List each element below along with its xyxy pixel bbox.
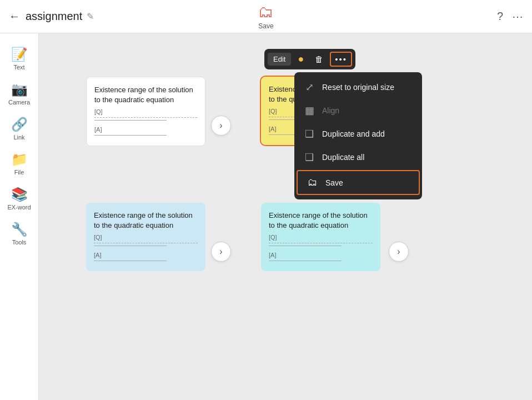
- sidebar-item-exword[interactable]: 📚 EX-word: [3, 182, 36, 215]
- card-bottom-left-title: Existence range of the solution to the q…: [94, 211, 198, 231]
- sidebar-camera-label: Camera: [8, 99, 30, 106]
- circle-button[interactable]: ●: [293, 51, 308, 67]
- sidebar: 📝 Text 📷 Camera 🔗 Link 📁 File 📚 EX-word …: [0, 33, 39, 400]
- menu-duplicate-all-label: Duplicate all: [322, 153, 364, 162]
- more-options-button[interactable]: •••: [330, 52, 352, 67]
- card-bottom-right-tag-q: [Q]: [269, 234, 373, 241]
- sidebar-item-text[interactable]: 📝 Text: [3, 42, 36, 75]
- menu-reset-label: Reset to original size: [322, 83, 394, 92]
- card-top-left-tag-a: [A]: [94, 126, 197, 133]
- delete-button[interactable]: 🗑: [310, 52, 328, 66]
- menu-item-duplicate-all[interactable]: ❑ Duplicate all: [294, 146, 422, 169]
- save-menu-icon: 🗂: [307, 177, 319, 188]
- tools-icon: 🔧: [11, 222, 28, 237]
- menu-item-duplicate-add[interactable]: ❑ Duplicate and add: [294, 122, 422, 146]
- sidebar-item-camera[interactable]: 📷 Camera: [3, 77, 36, 110]
- more-options-icon: •••: [335, 54, 347, 64]
- sidebar-exword-label: EX-word: [7, 204, 31, 211]
- sidebar-file-label: File: [14, 169, 24, 176]
- card-top-left-tag-q: [Q]: [94, 108, 197, 115]
- top-bar: ← assignment ✎ 🗂 Save ? ⋯: [0, 0, 532, 33]
- menu-item-align: ▦ Align: [294, 99, 422, 122]
- reset-icon: ⤢: [303, 81, 315, 93]
- duplicate-add-icon: ❑: [303, 128, 315, 140]
- file-icon: 📁: [11, 152, 28, 167]
- back-button[interactable]: ←: [9, 10, 20, 23]
- card-bottom-right[interactable]: Existence range of the solution to the q…: [261, 203, 380, 271]
- sidebar-item-tools[interactable]: 🔧 Tools: [3, 217, 36, 250]
- card-bottom-right-tag-a: [A]: [269, 252, 373, 258]
- card-bottom-left[interactable]: Existence range of the solution to the q…: [86, 203, 205, 271]
- sidebar-link-label: Link: [13, 134, 24, 141]
- save-label: Save: [258, 22, 273, 30]
- topbar-more-button[interactable]: ⋯: [512, 10, 523, 23]
- top-right-actions: ? ⋯: [497, 10, 523, 23]
- arrow-bottom-left[interactable]: ›: [211, 242, 231, 262]
- menu-duplicate-add-label: Duplicate and add: [322, 129, 385, 138]
- floating-toolbar: Edit ● 🗑 •••: [264, 49, 355, 69]
- help-button[interactable]: ?: [497, 10, 503, 23]
- menu-item-save[interactable]: 🗂 Save: [297, 170, 420, 195]
- arrow-bottom-right[interactable]: ›: [389, 242, 409, 262]
- save-folder-icon: 🗂: [258, 3, 274, 21]
- card-top-left[interactable]: Existence range of the solution to the q…: [86, 77, 205, 146]
- card-bottom-right-title: Existence range of the solution to the q…: [269, 211, 373, 231]
- sidebar-item-link[interactable]: 🔗 Link: [3, 112, 36, 145]
- edit-button[interactable]: Edit: [268, 53, 291, 66]
- menu-item-reset[interactable]: ⤢ Reset to original size: [294, 76, 422, 99]
- context-menu: ⤢ Reset to original size ▦ Align ❑ Dupli…: [294, 72, 422, 199]
- menu-save-label: Save: [325, 178, 343, 187]
- exword-icon: 📚: [11, 187, 28, 202]
- top-center-save: 🗂 Save: [258, 3, 274, 30]
- sidebar-item-file[interactable]: 📁 File: [3, 147, 36, 180]
- page-title: assignment: [26, 10, 82, 23]
- edit-title-icon[interactable]: ✎: [87, 11, 94, 22]
- align-icon: ▦: [303, 104, 315, 117]
- sidebar-text-label: Text: [13, 64, 24, 71]
- card-bottom-left-tag-q: [Q]: [94, 234, 198, 241]
- text-icon: 📝: [11, 47, 28, 62]
- card-top-left-title: Existence range of the solution to the q…: [94, 85, 197, 105]
- canvas: Existence range of the solution to the q…: [39, 33, 532, 400]
- card-bottom-left-tag-a: [A]: [94, 252, 198, 258]
- arrow-top-left[interactable]: ›: [211, 116, 231, 136]
- sidebar-tools-label: Tools: [12, 239, 27, 246]
- link-icon: 🔗: [11, 117, 28, 132]
- duplicate-all-icon: ❑: [303, 151, 315, 163]
- camera-icon: 📷: [11, 82, 28, 97]
- menu-align-label: Align: [322, 106, 339, 115]
